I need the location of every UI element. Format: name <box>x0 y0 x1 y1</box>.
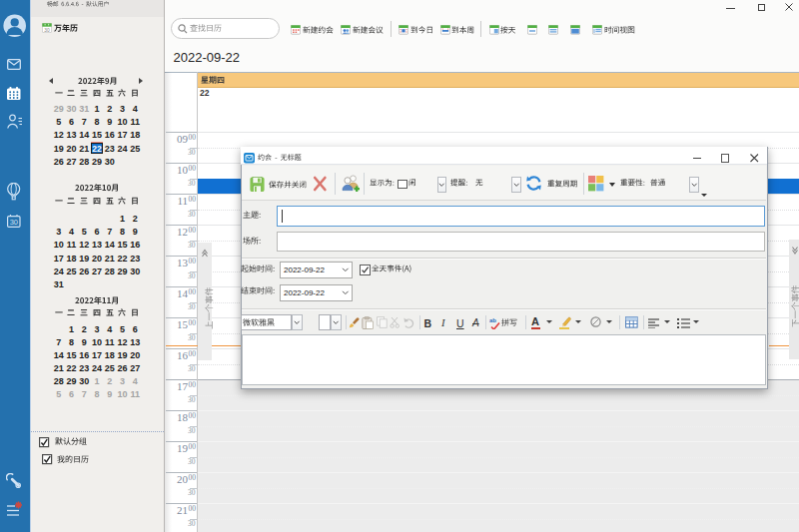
svg-text:30: 30 <box>44 28 50 33</box>
svg-text:30: 30 <box>9 218 17 227</box>
svg-text:ab: ab <box>489 317 496 323</box>
